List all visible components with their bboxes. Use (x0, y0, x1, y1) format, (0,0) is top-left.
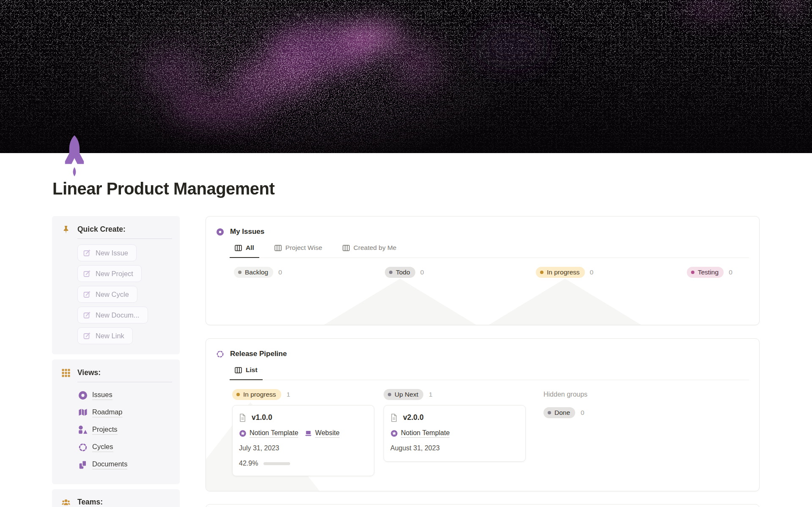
edit-pencil-icon (83, 290, 91, 298)
divider (77, 382, 172, 382)
status-badge[interactable]: Backlog (234, 267, 273, 278)
sidebar-item-label: Documents (92, 460, 127, 469)
new-document-button[interactable]: New Docum... (77, 307, 148, 323)
release-card-v1[interactable]: v1.0.0 Notion Template Website July 31, … (232, 405, 374, 476)
board-column-todo: Todo 0 (385, 267, 536, 278)
board-columns-icon (235, 367, 242, 373)
release-pipeline-tabbar: List (230, 364, 749, 380)
template-star-badge-icon (239, 430, 247, 437)
status-dot (388, 393, 391, 396)
status-badge[interactable]: In progress (536, 267, 585, 278)
column-count: 0 (729, 269, 732, 276)
column-count: 0 (581, 409, 584, 417)
card-title: My Issues (230, 227, 264, 236)
board-columns-icon (274, 245, 282, 251)
new-issue-button[interactable]: New Issue (77, 244, 137, 261)
new-link-button[interactable]: New Link (77, 327, 133, 344)
new-project-button[interactable]: New Project (77, 265, 142, 282)
card-title: Release Pipeline (230, 350, 287, 358)
progress-label: 42.9% (239, 460, 258, 467)
button-label: New Link (96, 332, 124, 340)
decorative-triangle (488, 279, 642, 325)
laptop-icon (304, 430, 312, 437)
button-label: New Issue (96, 249, 128, 257)
sidebar-item-label: Projects (92, 425, 118, 435)
tab-label: List (246, 366, 258, 374)
status-dot (238, 271, 241, 274)
status-dot (548, 411, 551, 414)
quick-create-panel: Quick Create: New Issue New Project New … (52, 216, 180, 354)
status-dot (389, 271, 392, 274)
edit-pencil-icon (83, 332, 91, 340)
tab-list[interactable]: List (230, 364, 263, 380)
sidebar-item-label: Cycles (92, 443, 113, 452)
status-label: In progress (243, 391, 276, 398)
tab-all[interactable]: All (230, 242, 259, 258)
sidebar-item-projects[interactable]: Projects (78, 421, 180, 438)
release-pipeline-board: In progress 1 v1.0.0 Notion Template (232, 389, 759, 476)
column-count: 0 (278, 269, 282, 276)
button-label: New Cycle (96, 290, 129, 299)
notion-template-link[interactable]: Notion Template (390, 429, 450, 438)
status-label: In progress (547, 269, 580, 276)
progress-row: 42.9% (239, 460, 366, 467)
next-card-partial (206, 504, 760, 507)
link-label: Website (315, 429, 340, 438)
column-count: 0 (590, 269, 594, 276)
edit-pencil-icon (83, 249, 91, 257)
decorative-triangle (323, 279, 477, 325)
notion-template-link[interactable]: Notion Template (239, 429, 298, 438)
tab-label: All (246, 244, 254, 252)
issue-donut-icon (78, 391, 88, 400)
status-badge[interactable]: Todo (385, 267, 415, 278)
status-badge[interactable]: In progress (232, 389, 281, 400)
status-label: Backlog (245, 269, 268, 276)
progress-bar (263, 462, 290, 465)
page-title: Linear Product Management (52, 179, 274, 198)
column-count: 1 (287, 391, 291, 398)
sidebar-item-label: Roadmap (92, 408, 123, 417)
status-badge[interactable]: Up Next (384, 389, 423, 400)
edit-pencil-icon (83, 311, 91, 319)
views-panel: Views: Issues Roadmap Projects (52, 359, 180, 484)
board-columns-icon (343, 245, 350, 251)
tab-label: Project Wise (285, 244, 322, 252)
tab-project-wise[interactable]: Project Wise (269, 242, 327, 258)
website-link[interactable]: Website (304, 429, 340, 438)
status-badge[interactable]: Testing (687, 267, 724, 278)
sidebar-item-issues[interactable]: Issues (78, 386, 180, 404)
cover-image (0, 0, 812, 153)
sidebar-item-cycles[interactable]: Cycles (78, 438, 180, 456)
release-card-v2[interactable]: v2.0.0 Notion Template August 31, 2023 (384, 405, 526, 462)
button-label: New Project (96, 270, 133, 278)
sidebar-item-label: Issues (92, 391, 112, 400)
column-count: 0 (420, 269, 424, 276)
status-badge[interactable]: Done (543, 407, 575, 418)
tab-created-by-me[interactable]: Created by Me (337, 242, 402, 258)
hidden-groups-toggle[interactable]: Hidden groups (543, 389, 759, 400)
release-card-title: v1.0.0 (252, 413, 272, 422)
sidebar-item-documents[interactable]: Documents (78, 456, 180, 473)
release-date: August 31, 2023 (390, 444, 518, 452)
my-issues-board: Backlog 0 Todo 0 In progress 0 Testing 0 (234, 267, 759, 278)
status-label: Done (554, 409, 570, 417)
tab-label: Created by Me (354, 244, 397, 252)
divider (77, 238, 172, 239)
link-label: Notion Template (401, 429, 450, 438)
template-star-badge-icon (390, 430, 398, 437)
grid-icon (62, 369, 70, 377)
sidebar-item-roadmap[interactable]: Roadmap (78, 404, 180, 421)
issue-donut-icon (216, 228, 224, 236)
column-count: 1 (429, 391, 433, 398)
my-issues-tabbar: All Project Wise Created by Me (230, 242, 749, 258)
status-dot (236, 393, 240, 396)
status-dot (540, 271, 543, 274)
button-label: New Docum... (96, 311, 140, 319)
dashed-circle-icon (216, 350, 224, 358)
rocket-page-icon[interactable] (63, 135, 86, 180)
release-date: July 31, 2023 (239, 444, 366, 452)
shapes-icon (78, 425, 88, 435)
new-cycle-button[interactable]: New Cycle (77, 286, 137, 303)
people-icon (62, 498, 70, 507)
views-title: Views: (77, 368, 101, 377)
